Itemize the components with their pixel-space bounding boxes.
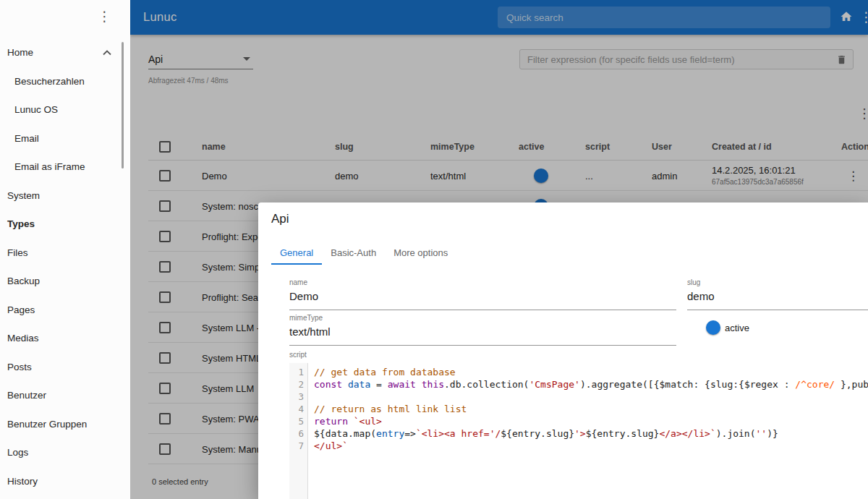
dialog-title: Api (271, 212, 289, 226)
name-field[interactable]: name Demo (289, 278, 676, 310)
sidebar-scrollbar[interactable] (122, 42, 124, 169)
sidebar-item-besucherzahlen[interactable]: Besucherzahlen (0, 67, 122, 96)
sidebar-item-lunuc-os[interactable]: Lunuc OS (0, 95, 122, 124)
sidebar-item-pages[interactable]: Pages (0, 296, 122, 325)
mimetype-field-value: text/html (289, 325, 676, 339)
dialog-tabs: General Basic-Auth More options (271, 241, 456, 264)
sidebar-item-email-iframe[interactable]: Email as iFrame (0, 153, 122, 182)
sidebar-item-medias[interactable]: Medias (0, 324, 122, 353)
slug-field[interactable]: slug demo (687, 278, 868, 310)
sidebar-item-types[interactable]: Types (0, 210, 122, 239)
sidebar-item-backup[interactable]: Backup (0, 267, 122, 296)
sidebar: ⋮ Home Besucherzahlen Lunuc OS Email Ema… (0, 0, 130, 499)
mimetype-field[interactable]: mimeType text/html (289, 314, 676, 346)
api-dialog: Api General Basic-Auth More options name… (258, 202, 868, 499)
sidebar-item-system[interactable]: System (0, 182, 122, 210)
code-gutter: 1234567 (289, 363, 308, 499)
sidebar-item-home[interactable]: Home (0, 38, 122, 67)
sidebar-nav: Home Besucherzahlen Lunuc OS Email Email… (0, 38, 122, 495)
screen: Lunuc Quick search ⋮ Api Abfragezeit 47m… (0, 0, 868, 499)
slug-field-value: demo (687, 289, 868, 304)
code-lines: // get data from databaseconst data = aw… (308, 363, 868, 499)
sidebar-item-benutzer-gruppen[interactable]: Benutzer Gruppen (0, 410, 122, 439)
sidebar-item-posts[interactable]: Posts (0, 353, 122, 382)
script-code-editor[interactable]: 1234567 // get data from databaseconst d… (289, 363, 868, 499)
active-tab-indicator (271, 263, 322, 265)
sidebar-kebab-icon[interactable]: ⋮ (98, 8, 111, 24)
script-field-label: script (289, 351, 307, 359)
sidebar-item-logs[interactable]: Logs (0, 438, 122, 467)
mimetype-field-label: mimeType (289, 314, 676, 323)
sidebar-item-files[interactable]: Files (0, 239, 122, 268)
sidebar-item-benutzer[interactable]: Benutzer (0, 381, 122, 410)
tab-general[interactable]: General (271, 241, 322, 264)
slug-field-label: slug (687, 278, 868, 287)
name-field-value: Demo (289, 289, 676, 304)
active-toggle-label: active (725, 323, 749, 333)
sidebar-item-history[interactable]: History (0, 467, 122, 496)
sidebar-item-email[interactable]: Email (0, 124, 122, 153)
chevron-up-icon (103, 50, 111, 56)
name-field-label: name (289, 278, 676, 287)
tab-more-options[interactable]: More options (385, 241, 456, 264)
active-toggle[interactable] (693, 323, 718, 333)
tab-basic-auth[interactable]: Basic-Auth (322, 241, 385, 264)
